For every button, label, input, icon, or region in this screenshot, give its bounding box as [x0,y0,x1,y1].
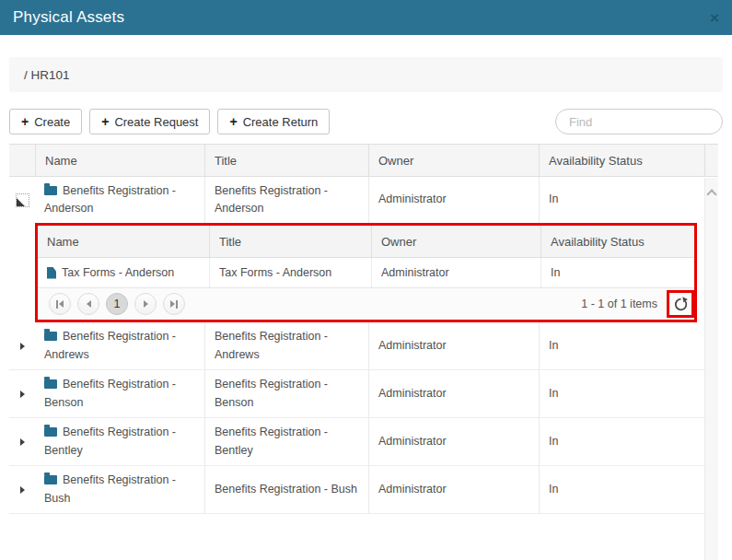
scroll-up-icon[interactable] [706,189,716,199]
nested-column-header-name[interactable]: Name [38,226,209,257]
asset-name-cell: Benefits Registration - Anderson [35,177,204,223]
next-page-icon [144,300,148,308]
plus-icon: + [21,114,29,129]
assets-grid: Name Title Owner Availability Status Ben… [9,144,718,514]
asset-title-cell: Benefits Registration - Andrews [204,322,368,369]
pager-summary: 1 - 1 of 1 items [581,298,657,310]
create-button-label: Create [34,115,70,129]
column-header-status[interactable]: Availability Status [539,145,704,176]
grid-header-scrollbar-cap [704,145,718,176]
create-button[interactable]: + Create [9,109,82,134]
column-header-title[interactable]: Title [204,145,368,176]
breadcrumb-path[interactable]: / HR101 [24,68,70,82]
create-request-button[interactable]: + Create Request [89,109,210,134]
nested-assets-grid: Name Title Owner Availability Status Tax… [35,223,697,322]
asset-owner-cell: Administrator [368,177,539,223]
asset-name-cell: Benefits Registration - Bush [35,466,204,513]
modal-header: Physical Assets × [0,0,732,35]
table-row[interactable]: Benefits Registration - Benson Benefits … [9,370,704,418]
table-row[interactable]: Benefits Registration - Bentley Benefits… [9,418,704,466]
first-page-icon [56,300,58,309]
asset-name-cell: Benefits Registration - Bentley [35,418,204,465]
table-row[interactable]: Benefits Registration - Andrews Benefits… [9,322,704,370]
asset-owner-cell: Administrator [368,466,539,513]
collapse-row-icon[interactable] [16,193,29,207]
asset-name: Benefits Registration - Anderson [44,184,176,215]
expand-row-icon[interactable] [20,486,25,494]
create-return-button-label: Create Return [243,115,319,129]
last-page-icon [170,300,175,308]
create-request-button-label: Create Request [114,115,198,129]
folder-icon [44,332,57,341]
breadcrumb: / HR101 [9,57,723,92]
asset-owner-cell: Administrator [371,258,540,287]
create-return-button[interactable]: + Create Return [217,109,330,134]
page-number-button[interactable]: 1 [106,293,128,315]
folder-icon [44,475,57,484]
expand-row-icon[interactable] [20,391,25,398]
asset-owner-cell: Administrator [368,370,539,417]
folder-icon [44,186,57,195]
vertical-scrollbar[interactable] [704,178,718,560]
asset-title-cell: Tax Forms - Anderson [209,258,371,287]
asset-name-cell: Benefits Registration - Benson [35,370,204,417]
previous-page-button[interactable] [77,293,99,315]
asset-status-cell: In [539,322,704,369]
table-row[interactable]: Tax Forms - Anderson Tax Forms - Anderso… [38,258,694,288]
table-row[interactable]: Benefits Registration - Anderson Benefit… [9,177,704,223]
expand-row-icon[interactable] [20,343,25,350]
asset-title-cell: Benefits Registration - Anderson [204,177,368,223]
folder-icon [44,427,57,437]
asset-status-cell: In [539,370,704,417]
modal-title: Physical Assets [13,8,124,27]
table-row[interactable]: Benefits Registration - Bush Benefits Re… [9,466,704,514]
folder-icon [44,379,57,389]
asset-name: Benefits Registration - Bentley [44,426,176,456]
column-header-name[interactable]: Name [35,145,204,176]
expand-row-icon[interactable] [20,438,25,446]
plus-icon: + [101,114,109,129]
asset-title-cell: Benefits Registration - Bentley [204,418,368,465]
plus-icon: + [229,114,237,129]
asset-title-cell: Benefits Registration - Benson [204,370,368,417]
nested-column-header-status[interactable]: Availability Status [540,226,694,257]
last-page-button[interactable] [163,293,185,315]
grid-header-row: Name Title Owner Availability Status [9,144,718,177]
asset-owner-cell: Administrator [368,418,539,465]
asset-name: Benefits Registration - Bush [44,473,176,504]
file-icon [47,267,56,279]
nested-grid-pager: 1 1 - 1 of 1 items [38,288,694,320]
close-icon[interactable]: × [710,10,719,26]
refresh-icon [673,297,689,312]
asset-name-cell: Tax Forms - Anderson [38,258,209,287]
asset-name: Benefits Registration - Benson [44,378,176,408]
asset-status-cell: In [539,466,704,513]
next-page-button[interactable] [134,293,157,315]
asset-status-cell: In [539,418,704,465]
nested-grid-header-row: Name Title Owner Availability Status [38,226,694,258]
column-header-owner[interactable]: Owner [368,145,539,176]
toolbar: + Create + Create Request + Create Retur… [9,109,723,134]
first-page-button[interactable] [49,293,71,315]
find-input[interactable] [555,109,723,134]
asset-status-cell: In [539,177,704,223]
asset-name: Benefits Registration - Andrews [44,330,176,360]
asset-owner-cell: Administrator [368,322,539,369]
asset-status-cell: In [540,258,694,287]
asset-title-cell: Benefits Registration - Bush [204,466,368,513]
modal-body: / HR101 + Create + Create Request + Crea… [0,57,732,514]
nested-column-header-title[interactable]: Title [209,226,371,257]
nested-column-header-owner[interactable]: Owner [371,226,540,257]
refresh-button[interactable] [667,290,694,318]
grid-header-expander [9,145,35,176]
asset-name-cell: Benefits Registration - Andrews [35,322,204,369]
previous-page-icon [87,300,91,308]
asset-name: Tax Forms - Anderson [62,266,174,279]
